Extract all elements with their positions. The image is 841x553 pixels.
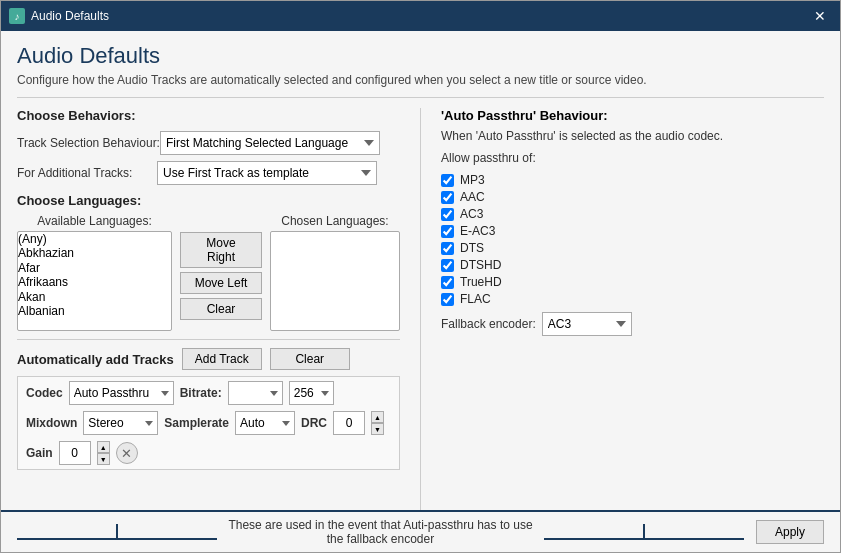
chosen-languages-list[interactable] bbox=[270, 231, 400, 331]
ac3-label[interactable]: AC3 bbox=[460, 207, 483, 221]
samplerate-select[interactable]: Auto 44100 48000 bbox=[235, 411, 295, 435]
aac-label[interactable]: AAC bbox=[460, 190, 485, 204]
move-left-button[interactable]: Move Left bbox=[180, 272, 262, 294]
main-content: Audio Defaults Configure how the Audio T… bbox=[1, 31, 840, 510]
title-bar-text: Audio Defaults bbox=[31, 9, 808, 23]
codec-dtshd-row: DTSHD bbox=[441, 258, 824, 272]
left-bracket-vert bbox=[116, 524, 118, 538]
gain-input[interactable] bbox=[59, 441, 91, 465]
chosen-languages-col: Chosen Languages: bbox=[270, 214, 400, 331]
title-bar: ♪ Audio Defaults ✕ bbox=[1, 1, 840, 31]
available-languages-list[interactable]: (Any) Abkhazian Afar Afrikaans Akan Alba… bbox=[17, 231, 172, 331]
fallback-encoder-label: Fallback encoder: bbox=[441, 317, 536, 331]
samplerate-label: Samplerate bbox=[164, 416, 229, 430]
auto-tracks-header: Automatically add Tracks Add Track Clear bbox=[17, 348, 400, 370]
clear-languages-button[interactable]: Clear bbox=[180, 298, 262, 320]
gain-up-button[interactable]: ▲ bbox=[97, 441, 110, 453]
header-divider bbox=[17, 97, 824, 98]
codec-flac-row: FLAC bbox=[441, 292, 824, 306]
available-languages-label: Available Languages: bbox=[17, 214, 172, 228]
track-selection-row: Track Selection Behaviour: First Matchin… bbox=[17, 131, 400, 155]
drc-down-button[interactable]: ▼ bbox=[371, 423, 384, 435]
codec-mp3-row: MP3 bbox=[441, 173, 824, 187]
additional-tracks-select[interactable]: Use First Track as template None bbox=[157, 161, 377, 185]
flac-checkbox[interactable] bbox=[441, 293, 454, 306]
right-panel: 'Auto Passthru' Behaviour: When 'Auto Pa… bbox=[420, 108, 824, 510]
truehd-label[interactable]: TrueHD bbox=[460, 275, 502, 289]
dtshd-checkbox[interactable] bbox=[441, 259, 454, 272]
move-right-button[interactable]: Move Right bbox=[180, 232, 262, 268]
right-bracket-vert bbox=[643, 524, 645, 538]
page-description: Configure how the Audio Tracks are autom… bbox=[17, 73, 824, 87]
additional-tracks-label: For Additional Tracks: bbox=[17, 166, 157, 180]
chosen-languages-label: Chosen Languages: bbox=[270, 214, 400, 228]
mixdown-select[interactable]: Stereo Mono 5.1 bbox=[83, 411, 158, 435]
track-selection-label: Track Selection Behaviour: bbox=[17, 136, 160, 150]
codec-dts-row: DTS bbox=[441, 241, 824, 255]
track-row: Codec Auto Passthru AAC AC3 Bitrate: 256 bbox=[17, 376, 400, 470]
bitrate-value-select[interactable]: 256 128 192 bbox=[289, 381, 334, 405]
auto-tracks-section: Automatically add Tracks Add Track Clear… bbox=[17, 339, 400, 470]
lang-akan: Akan bbox=[18, 290, 171, 304]
left-bracket-horiz bbox=[17, 538, 217, 540]
languages-grid: Available Languages: (Any) Abkhazian Afa… bbox=[17, 214, 400, 331]
language-buttons: Move Right Move Left Clear bbox=[180, 232, 262, 320]
fallback-encoder-select[interactable]: AC3 AAC MP3 bbox=[542, 312, 632, 336]
gain-down-button[interactable]: ▼ bbox=[97, 453, 110, 465]
languages-section: Choose Languages: Available Languages: (… bbox=[17, 193, 400, 331]
window-close-button[interactable]: ✕ bbox=[808, 4, 832, 28]
lang-any: (Any) bbox=[18, 232, 171, 246]
left-bracket bbox=[17, 524, 217, 540]
codec-aac-row: AAC bbox=[441, 190, 824, 204]
codec-ac3-row: AC3 bbox=[441, 207, 824, 221]
track-selection-select[interactable]: First Matching Selected Language First T… bbox=[160, 131, 380, 155]
eac3-checkbox[interactable] bbox=[441, 225, 454, 238]
dts-label[interactable]: DTS bbox=[460, 241, 484, 255]
lang-afar: Afar bbox=[18, 261, 171, 275]
bitrate-label: Bitrate: bbox=[180, 386, 222, 400]
app-icon: ♪ bbox=[9, 8, 25, 24]
mixdown-label: Mixdown bbox=[26, 416, 77, 430]
fallback-row: Fallback encoder: AC3 AAC MP3 bbox=[441, 312, 824, 336]
bitrate-select[interactable] bbox=[228, 381, 283, 405]
main-area: Choose Behaviors: Track Selection Behavi… bbox=[17, 108, 824, 510]
bottom-content: These are used in the event that Auti-pa… bbox=[17, 518, 824, 546]
allow-passthru-label: Allow passthru of: bbox=[441, 151, 824, 165]
page-title: Audio Defaults bbox=[17, 43, 824, 69]
languages-title: Choose Languages: bbox=[17, 193, 400, 208]
right-bracket-horiz bbox=[544, 538, 744, 540]
left-panel: Choose Behaviors: Track Selection Behavi… bbox=[17, 108, 400, 510]
choose-behaviors-title: Choose Behaviors: bbox=[17, 108, 400, 123]
passthru-title: 'Auto Passthru' Behaviour: bbox=[441, 108, 824, 123]
audio-defaults-window: ♪ Audio Defaults ✕ Audio Defaults Config… bbox=[0, 0, 841, 553]
flac-label[interactable]: FLAC bbox=[460, 292, 491, 306]
bottom-info-text: These are used in the event that Auti-pa… bbox=[217, 518, 544, 546]
passthru-codecs-group: MP3 AAC AC3 E-AC3 bbox=[441, 173, 824, 306]
auto-tracks-title: Automatically add Tracks bbox=[17, 352, 174, 367]
drc-input[interactable] bbox=[333, 411, 365, 435]
ac3-checkbox[interactable] bbox=[441, 208, 454, 221]
add-track-button[interactable]: Add Track bbox=[182, 348, 262, 370]
additional-tracks-row: For Additional Tracks: Use First Track a… bbox=[17, 161, 400, 185]
bottom-bar: These are used in the event that Auti-pa… bbox=[1, 510, 840, 552]
drc-up-button[interactable]: ▲ bbox=[371, 411, 384, 423]
mp3-label[interactable]: MP3 bbox=[460, 173, 485, 187]
eac3-label[interactable]: E-AC3 bbox=[460, 224, 495, 238]
dts-checkbox[interactable] bbox=[441, 242, 454, 255]
codec-label: Codec bbox=[26, 386, 63, 400]
apply-button[interactable]: Apply bbox=[756, 520, 824, 544]
dtshd-label[interactable]: DTSHD bbox=[460, 258, 501, 272]
remove-track-button[interactable]: ✕ bbox=[116, 442, 138, 464]
drc-label: DRC bbox=[301, 416, 327, 430]
truehd-checkbox[interactable] bbox=[441, 276, 454, 289]
clear-tracks-button[interactable]: Clear bbox=[270, 348, 350, 370]
codec-eac3-row: E-AC3 bbox=[441, 224, 824, 238]
mp3-checkbox[interactable] bbox=[441, 174, 454, 187]
codec-select[interactable]: Auto Passthru AAC AC3 bbox=[69, 381, 174, 405]
lang-albanian: Albanian bbox=[18, 304, 171, 318]
aac-checkbox[interactable] bbox=[441, 191, 454, 204]
lang-abkhazian: Abkhazian bbox=[18, 246, 171, 260]
available-languages-col: Available Languages: (Any) Abkhazian Afa… bbox=[17, 214, 172, 331]
right-bracket bbox=[544, 524, 744, 540]
codec-truehd-row: TrueHD bbox=[441, 275, 824, 289]
